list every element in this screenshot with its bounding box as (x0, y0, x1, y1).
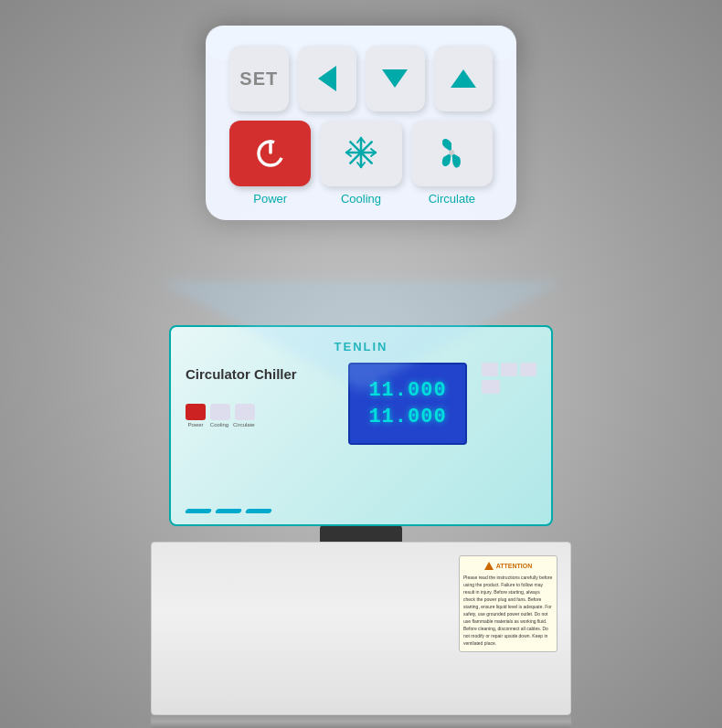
set-button[interactable]: SET (229, 46, 289, 111)
main-container: SET .control-panel { display: block !imp… (0, 0, 722, 728)
svg-point-14 (449, 150, 454, 155)
attention-title-text: ATTENTION (496, 561, 533, 571)
fan-icon (434, 135, 469, 173)
mini-power-button (186, 404, 206, 420)
attention-title: ATTENTION (463, 561, 553, 571)
power-icon (255, 138, 286, 169)
machine-handle (320, 525, 402, 542)
light-beam (160, 281, 562, 391)
mini-circulate-label: Circulate (233, 422, 253, 427)
set-label: SET (239, 69, 278, 90)
power-label: Power (253, 192, 287, 206)
arrow-down-icon (382, 69, 408, 88)
mini-cooling-button (210, 404, 230, 420)
machine-body: ATTENTION Please read the instructions c… (151, 542, 571, 715)
mini-cooling-label: Cooling (209, 422, 229, 427)
power-button[interactable] (229, 121, 311, 186)
decorative-lines (186, 509, 271, 513)
circulate-button[interactable] (411, 121, 493, 186)
button-row-2: Power (229, 121, 493, 206)
deco-line-3 (245, 509, 272, 513)
arrow-left-button[interactable] (298, 46, 357, 111)
arrow-left-icon (318, 66, 336, 91)
arrow-up-icon (451, 69, 476, 88)
attention-sticker: ATTENTION Please read the instructions c… (459, 555, 557, 652)
lcd-bottom-value: 11.000 (368, 406, 446, 428)
mini-circulate-button (235, 404, 255, 420)
attention-triangle-icon (484, 562, 494, 570)
mini-power-label: Power (186, 422, 206, 427)
cooling-label: Cooling (341, 192, 381, 206)
deco-line-1 (185, 509, 212, 513)
control-panel-real: SET (206, 26, 516, 220)
snowflake-svg (343, 134, 379, 171)
power-svg (255, 138, 286, 169)
snowflake-icon (343, 134, 379, 174)
attention-text: Please read the instructions carefully b… (463, 574, 553, 647)
fan-svg (434, 135, 469, 170)
button-row-1: SET (229, 46, 493, 111)
circulate-label: Circulate (429, 192, 475, 206)
machine-bottom-strip (151, 715, 571, 728)
arrow-up-button[interactable] (434, 46, 494, 111)
deco-line-2 (215, 509, 242, 513)
cooling-button[interactable] (320, 121, 401, 186)
arrow-down-button[interactable] (366, 46, 425, 111)
